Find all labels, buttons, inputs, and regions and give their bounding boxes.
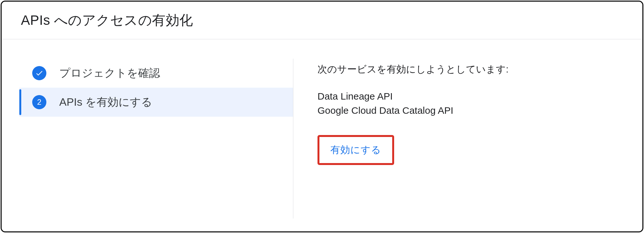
dialog-content: プロジェクトを確認 2 APIs を有効にする 次のサービスを有効にしようとして… — [2, 39, 642, 231]
api-item: Google Cloud Data Catalog API — [317, 103, 623, 118]
dialog-header: APIs へのアクセスの有効化 — [2, 2, 642, 39]
step-enable-apis[interactable]: 2 APIs を有効にする — [19, 88, 293, 117]
step-label: APIs を有効にする — [59, 95, 152, 110]
enable-apis-dialog: APIs へのアクセスの有効化 プロジェクトを確認 2 APIs を有効にする … — [1, 1, 643, 232]
dialog-title: APIs へのアクセスの有効化 — [21, 11, 623, 29]
step-confirm-project[interactable]: プロジェクトを確認 — [19, 59, 293, 88]
intro-text: 次のサービスを有効にしようとしています: — [317, 62, 623, 76]
api-item: Data Lineage API — [317, 89, 623, 103]
api-list: Data Lineage API Google Cloud Data Catal… — [317, 89, 623, 117]
enable-button[interactable]: 有効にする — [321, 139, 390, 161]
details-panel: 次のサービスを有効にしようとしています: Data Lineage API Go… — [293, 59, 642, 218]
enable-button-highlight: 有効にする — [317, 135, 394, 165]
step-label: プロジェクトを確認 — [59, 66, 160, 81]
steps-panel: プロジェクトを確認 2 APIs を有効にする — [2, 59, 293, 218]
step-number-icon: 2 — [32, 95, 46, 109]
check-icon — [32, 66, 46, 80]
step-number: 2 — [37, 98, 41, 107]
